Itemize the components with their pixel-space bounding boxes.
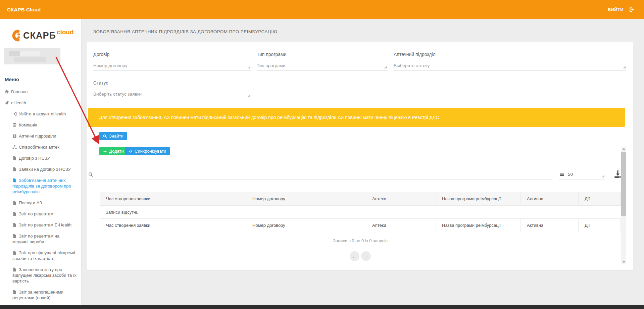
sign-in-icon [12, 112, 17, 116]
file-icon [12, 178, 17, 183]
sign-out-icon [629, 7, 635, 12]
scroll-down-button[interactable] [621, 260, 626, 264]
results-table: Час створення заявки Номер договору Апте… [100, 192, 621, 232]
status-filter-select[interactable] [93, 90, 251, 99]
sidebar-item-nszu-contract[interactable]: Договір з НСЗУ [0, 155, 81, 161]
file-icon [12, 234, 17, 238]
pharmacy-unit-filter-label: Аптечний підрозділ [394, 52, 626, 57]
sidebar-item-az-services[interactable]: Послуги АЗ [0, 200, 81, 206]
dropdown-caret-icon [602, 175, 604, 177]
table-footer-cell: Активна [521, 219, 578, 232]
sidebar-item-company[interactable]: Компанія [0, 122, 81, 128]
sidebar: СКАРБ cloud Меню Головна eHealth Увійти … [0, 19, 82, 305]
program-type-filter-select[interactable] [257, 61, 388, 71]
table-search [88, 169, 552, 179]
logout-label: ВИЙТИ [608, 7, 624, 12]
status-filter-label: Статус [93, 80, 251, 86]
table-scrollbar [621, 147, 626, 264]
table-footer-cell: Аптека [366, 219, 436, 232]
logo-text: СКАРБ [23, 31, 56, 41]
logout-button[interactable]: ВИЙТИ [608, 0, 635, 19]
contract-filter: Договір [93, 52, 251, 71]
sidebar-item-pharmacy-units[interactable]: Аптечні підрозділи [0, 133, 81, 139]
page-size-select[interactable]: 50 [559, 169, 605, 179]
bottom-bar [0, 305, 644, 309]
file-icon [12, 212, 17, 216]
table-header-cell[interactable]: Час створення заявки [100, 192, 246, 205]
sidebar-item-nszu-contract-requests[interactable]: Заявки на договір з НСЗУ [0, 166, 81, 172]
sidebar-item-recipes-report[interactable]: Звіт по рецептам [0, 211, 81, 217]
pharmacy-unit-filter-select[interactable] [394, 61, 626, 71]
file-icon [12, 251, 17, 255]
sidebar-item-unredeemed-recipes-report[interactable]: Звіт за непогашеними рецептами (новий) [0, 289, 81, 301]
plus-square-icon [12, 134, 17, 138]
skarb-logo-icon [10, 28, 20, 43]
file-icon [12, 201, 17, 205]
menu-heading: Меню [5, 76, 81, 82]
table-footer-cell: Дії [578, 219, 621, 232]
sidebar-item-pharmacy-staff[interactable]: Співробітники аптек [0, 144, 81, 150]
arrow-left-icon: ← [352, 253, 357, 259]
sidebar-nav: Головна eHealth Увійти в акаунт eHealth … [0, 89, 81, 301]
sidebar-item-reimbursement-obligations[interactable]: Зобов’язання аптечних підрозділів за дог… [0, 177, 81, 195]
table-search-input[interactable] [96, 172, 552, 177]
sidebar-item-fill-dispensed-drugs-report[interactable]: Заповнення звіту про відпущені лікарські… [0, 267, 81, 284]
table-header-row: Час створення заявки Номер договору Апте… [100, 192, 621, 206]
sidebar-item-dispensed-drugs-report[interactable]: Звіт про відпущені лікарські засоби та ї… [0, 250, 81, 261]
sidebar-item-ehealth[interactable]: eHealth [0, 100, 81, 106]
page-title: ЗОБОВ’ЯЗАННЯ АПТЕЧНИХ ПІДРОЗДІЛІВ ЗА ДОГ… [93, 29, 277, 34]
dropdown-caret-icon [623, 66, 626, 68]
plus-icon [103, 149, 107, 153]
table-header-cell[interactable]: Активна [521, 192, 578, 205]
table-header-cell[interactable]: Номер договору [246, 192, 366, 205]
sync-button[interactable]: Синхронізувати [125, 147, 170, 155]
empty-table-message: Записи відсутні. [100, 206, 621, 219]
dropdown-caret-icon [384, 66, 387, 68]
pagination: ← → [100, 251, 621, 261]
file-icon [12, 267, 17, 272]
app-title: СКАРБ Cloud [7, 0, 41, 19]
table-footer-cell: Назва програми реімбурсації [436, 219, 521, 232]
next-page-button[interactable]: → [361, 251, 371, 261]
main-content: ЗОБОВ’ЯЗАННЯ АПТЕЧНИХ ПІДРОЗДІЛІВ ЗА ДОГ… [82, 19, 644, 305]
contract-filter-select[interactable] [93, 61, 251, 71]
file-icon [12, 223, 17, 227]
top-bar: СКАРБ Cloud ВИЙТИ [0, 0, 644, 19]
dropdown-caret-icon [248, 66, 250, 68]
find-button[interactable]: Знайти [99, 132, 127, 140]
scroll-up-button[interactable] [621, 147, 626, 151]
table-header-cell[interactable]: Аптека [366, 192, 436, 205]
warning-banner: Для створення зобов’язання, АЗ повинен м… [88, 108, 625, 127]
sidebar-item-ehealth-login[interactable]: Увійти в акаунт eHealth [0, 111, 81, 117]
sidebar-item-medical-devices-report[interactable]: Звіт по рецептам на медичні вироби [0, 233, 81, 245]
table-header-cell[interactable]: Назва програми реімбурсації [436, 192, 521, 205]
table-footer-row: Час створення заявки Номер договору Апте… [100, 219, 621, 232]
program-type-filter-label: Тип програми [257, 52, 388, 57]
table-footer-cell: Номер договору [246, 219, 366, 232]
prev-page-button[interactable]: ← [350, 251, 359, 261]
page-size-value: 50 [568, 172, 573, 177]
arrow-right-icon: → [363, 253, 368, 259]
refresh-icon [129, 149, 133, 153]
home-icon [5, 90, 9, 94]
dropdown-caret-icon [248, 94, 250, 97]
sidebar-item-home[interactable]: Головна [0, 89, 81, 95]
scrollbar-thumb[interactable] [621, 152, 626, 216]
menu-bars-icon [559, 172, 564, 177]
table-header-cell[interactable]: Дії [578, 192, 621, 205]
content-card: Договір Тип програми Аптечний підрозділ … [87, 42, 633, 270]
user-name-redacted [4, 48, 60, 64]
file-icon [12, 167, 17, 171]
table-info: Записи з 0 по 0 із 0 записів [100, 238, 621, 243]
sitemap-icon [12, 145, 17, 149]
add-button[interactable]: Додати [99, 147, 128, 155]
database-icon [12, 123, 17, 127]
table-footer-cell: Час створення заявки [100, 219, 246, 232]
sidebar-item-recipes-report-ehealth[interactable]: Звіт по рецептам E-Health [0, 222, 81, 228]
search-icon [103, 134, 107, 138]
warning-banner-text: Для створення зобов’язання, АЗ повинен м… [99, 115, 439, 120]
file-icon [12, 156, 17, 160]
contract-filter-label: Договір [93, 52, 251, 57]
search-icon [88, 172, 93, 177]
leaf-icon [5, 101, 9, 105]
